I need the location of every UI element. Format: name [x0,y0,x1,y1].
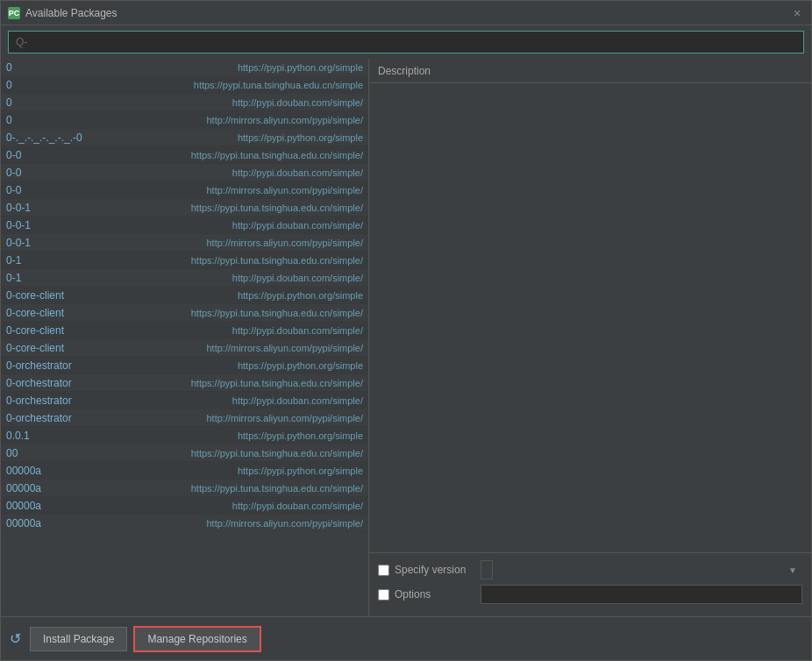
options-area: Specify version ▼ Options [369,552,811,616]
package-name: 0-0 [6,149,21,161]
list-item[interactable]: 0.0.1https://pypi.python.org/simple [1,427,368,444]
package-url: https://pypi.tuna.tsinghua.edu.cn/simple… [191,483,363,494]
list-item[interactable]: 0-core-clienthttp://mirrors.aliyun.com/p… [1,339,368,357]
version-select[interactable] [481,560,493,579]
package-url: http://pypi.douban.com/simple/ [232,325,363,336]
package-url: http://pypi.douban.com/simple/ [232,167,363,178]
package-url: https://pypi.python.org/simple [238,132,363,143]
package-url: https://pypi.python.org/simple [238,290,363,301]
list-item[interactable]: 0http://mirrors.aliyun.com/pypi/simple/ [1,111,368,129]
package-url: https://pypi.tuna.tsinghua.edu.cn/simple… [191,255,363,266]
list-item[interactable]: 0-0-1http://pypi.douban.com/simple/ [1,217,368,234]
list-item[interactable]: 0-0-1http://mirrors.aliyun.com/pypi/simp… [1,234,368,252]
select-arrow-icon: ▼ [788,565,797,575]
package-name: 0 [6,61,12,74]
right-panel: Description Specify version ▼ Options [369,59,811,616]
window-title: Available Packages [25,7,790,19]
package-url: http://mirrors.aliyun.com/pypi/simple/ [207,238,364,248]
list-item[interactable]: 0-orchestratorhttps://pypi.tuna.tsinghua… [1,374,368,392]
options-checkbox[interactable] [378,589,389,601]
package-url: http://pypi.douban.com/simple/ [232,395,363,406]
main-content: 0https://pypi.python.org/simple0https://… [1,59,811,616]
list-item[interactable]: 0https://pypi.tuna.tsinghua.edu.cn/simpl… [1,76,368,94]
package-name: 0-._.-._.-._.-._.-0 [6,131,82,144]
list-item[interactable]: 0http://pypi.douban.com/simple/ [1,94,368,111]
install-package-button[interactable]: Install Package [30,627,127,651]
list-item[interactable]: 0-1http://pypi.douban.com/simple/ [1,269,368,287]
package-url: http://mirrors.aliyun.com/pypi/simple/ [207,518,364,529]
package-url: http://mirrors.aliyun.com/pypi/simple/ [207,413,364,423]
package-url: https://pypi.python.org/simple [238,62,363,73]
package-name: 0-core-client [6,307,64,319]
list-item[interactable]: 0-core-clienthttps://pypi.python.org/sim… [1,287,368,304]
list-item[interactable]: 0-0-1https://pypi.tuna.tsinghua.edu.cn/s… [1,199,368,217]
packages-list[interactable]: 0https://pypi.python.org/simple0https://… [1,59,369,616]
package-name: 0-0-1 [6,237,31,249]
main-window: PC Available Packages × 0https://pypi.py… [0,0,812,661]
list-item[interactable]: 00000ahttps://pypi.tuna.tsinghua.edu.cn/… [1,480,368,497]
package-url: https://pypi.tuna.tsinghua.edu.cn/simple… [191,448,363,458]
list-item[interactable]: 0-._.-._.-._.-._.-0https://pypi.python.o… [1,129,368,146]
list-item[interactable]: 0-0https://pypi.tuna.tsinghua.edu.cn/sim… [1,146,368,164]
package-name: 0-0 [6,184,21,196]
options-label: Options [395,588,474,601]
title-bar: PC Available Packages × [1,1,811,25]
manage-repositories-button[interactable]: Manage Repositories [134,627,260,651]
package-name: 0.0.1 [6,430,30,442]
package-name: 0-core-client [6,324,64,337]
package-url: https://pypi.tuna.tsinghua.edu.cn/simple… [191,378,363,388]
package-url: http://pypi.douban.com/simple/ [232,273,363,283]
package-url: https://pypi.python.org/simple [238,360,363,371]
package-name: 0-orchestrator [6,377,72,389]
package-name: 00000a [6,482,41,494]
package-name: 00000a [6,465,41,477]
options-row: Options [378,585,802,604]
list-item[interactable]: 0-orchestratorhttps://pypi.python.org/si… [1,357,368,374]
description-body [369,83,811,552]
package-url: http://pypi.douban.com/simple/ [232,501,363,511]
list-item[interactable]: 0-core-clienthttps://pypi.tuna.tsinghua.… [1,304,368,322]
version-select-wrapper: ▼ [481,560,802,579]
package-name: 0 [6,114,12,126]
package-name: 0-orchestrator [6,394,72,407]
search-input[interactable] [8,31,804,53]
package-url: https://pypi.python.org/simple [238,466,363,476]
package-url: http://mirrors.aliyun.com/pypi/simple/ [207,185,364,195]
package-name: 0 [6,96,12,109]
app-icon: PC [8,7,20,19]
package-name: 0-0-1 [6,219,31,231]
package-name: 0-core-client [6,342,64,354]
specify-version-row: Specify version ▼ [378,560,802,579]
package-name: 0-1 [6,254,21,267]
options-input[interactable] [481,585,802,604]
list-item[interactable]: 00000ahttp://pypi.douban.com/simple/ [1,497,368,515]
package-url: https://pypi.python.org/simple [238,430,363,441]
package-name: 0-0 [6,167,21,179]
package-url: http://pypi.douban.com/simple/ [232,220,363,231]
package-name: 0-orchestrator [6,359,72,372]
package-url: https://pypi.tuna.tsinghua.edu.cn/simple [194,80,363,90]
refresh-icon[interactable]: ↺ [10,630,21,647]
search-bar-container [1,25,811,59]
list-item[interactable]: 0https://pypi.python.org/simple [1,59,368,76]
list-item[interactable]: 0-0http://mirrors.aliyun.com/pypi/simple… [1,181,368,199]
list-item[interactable]: 00000ahttp://mirrors.aliyun.com/pypi/sim… [1,515,368,532]
description-header: Description [369,59,811,83]
list-item[interactable]: 0-orchestratorhttp://mirrors.aliyun.com/… [1,409,368,427]
list-item[interactable]: 00https://pypi.tuna.tsinghua.edu.cn/simp… [1,444,368,462]
close-button[interactable]: × [790,6,804,20]
list-item[interactable]: 0-1https://pypi.tuna.tsinghua.edu.cn/sim… [1,252,368,269]
package-name: 00000a [6,517,41,530]
package-url: https://pypi.tuna.tsinghua.edu.cn/simple… [191,308,363,318]
package-url: http://mirrors.aliyun.com/pypi/simple/ [207,343,364,353]
list-item[interactable]: 0-orchestratorhttp://pypi.douban.com/sim… [1,392,368,409]
package-name: 0-0-1 [6,202,31,214]
package-url: http://mirrors.aliyun.com/pypi/simple/ [207,115,364,125]
specify-version-label: Specify version [395,564,474,576]
list-item[interactable]: 0-0http://pypi.douban.com/simple/ [1,164,368,181]
list-item[interactable]: 00000ahttps://pypi.python.org/simple [1,462,368,480]
package-name: 0 [6,79,12,91]
list-item[interactable]: 0-core-clienthttp://pypi.douban.com/simp… [1,322,368,339]
specify-version-checkbox[interactable] [378,565,389,576]
package-name: 00000a [6,500,41,512]
